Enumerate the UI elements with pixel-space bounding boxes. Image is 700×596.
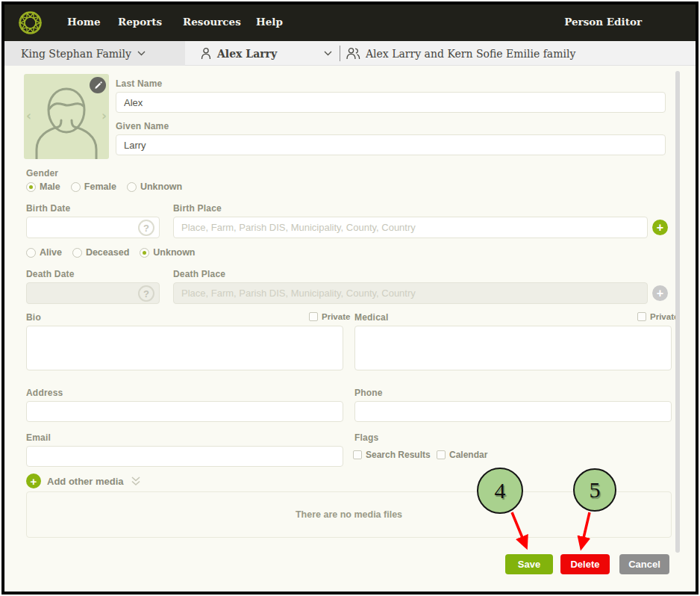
pencil-icon bbox=[94, 81, 102, 90]
gender-unknown-radio[interactable]: Unknown bbox=[127, 181, 182, 192]
birth-date-help-icon[interactable]: ? bbox=[138, 220, 154, 236]
delete-button[interactable]: Delete bbox=[560, 554, 610, 574]
death-place-input bbox=[173, 282, 648, 304]
death-date-help-icon: ? bbox=[138, 285, 154, 302]
annotation-circle-4: 4 bbox=[477, 468, 523, 514]
radio-icon bbox=[72, 248, 82, 258]
death-place-label: Death Place bbox=[173, 269, 225, 279]
gender-label: Gender bbox=[26, 168, 58, 179]
last-name-input[interactable] bbox=[116, 92, 666, 113]
gender-male-radio[interactable]: Male bbox=[26, 181, 60, 192]
radio-icon bbox=[26, 248, 36, 258]
person-selector-label: Alex Larry bbox=[217, 48, 277, 60]
add-other-media-label: Add other media bbox=[47, 476, 124, 487]
nav-item-resources[interactable]: Resources bbox=[183, 16, 241, 28]
flag-calendar-checkbox[interactable]: Calendar bbox=[437, 450, 487, 460]
last-name-label: Last Name bbox=[116, 78, 163, 89]
medical-label: Medical bbox=[354, 312, 388, 323]
person-photo: ‹ › bbox=[24, 74, 109, 159]
status-deceased-radio[interactable]: Deceased bbox=[72, 247, 129, 258]
bio-label: Bio bbox=[26, 312, 41, 323]
status-unknown-radio[interactable]: Unknown bbox=[140, 247, 195, 258]
chevron-down-icon bbox=[137, 51, 146, 56]
nav-item-reports[interactable]: Reports bbox=[118, 16, 162, 28]
person-icon bbox=[200, 47, 212, 60]
context-bar: King Stephan Family Alex Larry Alex Larr… bbox=[4, 41, 696, 66]
vertical-scrollbar[interactable] bbox=[675, 71, 680, 553]
given-name-input[interactable] bbox=[116, 134, 666, 155]
given-name-label: Given Name bbox=[116, 121, 169, 131]
page-title: Person Editor bbox=[564, 16, 642, 28]
bio-textarea[interactable] bbox=[26, 326, 343, 370]
gender-radio-group: Male Female Unknown bbox=[26, 181, 182, 192]
checkbox-icon bbox=[353, 450, 362, 459]
app-logo-icon[interactable] bbox=[16, 9, 44, 37]
flags-label: Flags bbox=[354, 432, 378, 443]
plus-icon: + bbox=[26, 474, 41, 488]
death-date-label: Death Date bbox=[26, 269, 75, 279]
family-selector[interactable]: King Stephan Family bbox=[4, 41, 185, 66]
checkbox-icon bbox=[637, 312, 646, 321]
gender-female-radio[interactable]: Female bbox=[71, 181, 116, 192]
top-nav: Home Reports Resources Help Person Edito… bbox=[4, 4, 696, 41]
status-alive-radio[interactable]: Alive bbox=[26, 247, 62, 258]
cancel-button[interactable]: Cancel bbox=[619, 554, 669, 574]
life-status-radio-group: Alive Deceased Unknown bbox=[26, 247, 196, 258]
chevron-down-icon[interactable] bbox=[324, 51, 332, 56]
add-birth-place-button[interactable]: + bbox=[652, 220, 668, 235]
nav-item-help[interactable]: Help bbox=[256, 16, 283, 28]
email-label: Email bbox=[26, 432, 51, 443]
edit-photo-button[interactable] bbox=[90, 77, 106, 93]
annotation-circle-5: 5 bbox=[573, 468, 616, 512]
phone-label: Phone bbox=[354, 388, 383, 398]
birth-date-label: Birth Date bbox=[26, 203, 70, 214]
flag-search-results-checkbox[interactable]: Search Results bbox=[353, 450, 431, 460]
people-icon bbox=[346, 47, 360, 60]
radio-icon bbox=[71, 182, 81, 192]
checkbox-icon bbox=[309, 312, 318, 321]
add-death-place-button: + bbox=[652, 285, 668, 301]
birth-place-label: Birth Place bbox=[173, 203, 222, 214]
email-input[interactable] bbox=[26, 446, 343, 467]
app-window: Home Reports Resources Help Person Edito… bbox=[1, 1, 699, 595]
photo-next-icon[interactable]: › bbox=[101, 108, 107, 123]
save-button[interactable]: Save bbox=[505, 554, 553, 574]
bio-private-checkbox[interactable]: Private bbox=[309, 312, 350, 321]
address-label: Address bbox=[26, 388, 63, 398]
divider bbox=[340, 46, 340, 61]
radio-icon bbox=[26, 182, 36, 192]
address-input[interactable] bbox=[26, 401, 343, 422]
photo-prev-icon[interactable]: ‹ bbox=[26, 108, 31, 123]
double-chevron-down-icon bbox=[130, 476, 142, 486]
checkbox-icon bbox=[437, 450, 446, 459]
media-empty-text: There are no media files bbox=[296, 509, 402, 520]
family-context[interactable]: Alex Larry and Kern Sofie Emilie family bbox=[346, 41, 575, 66]
radio-icon bbox=[140, 248, 149, 258]
radio-icon bbox=[127, 182, 137, 192]
birth-place-input[interactable] bbox=[173, 217, 648, 238]
medical-textarea[interactable] bbox=[354, 326, 672, 370]
medical-private-checkbox[interactable]: Private bbox=[637, 312, 678, 321]
nav-item-home[interactable]: Home bbox=[67, 16, 101, 28]
person-selector[interactable]: Alex Larry bbox=[200, 41, 277, 66]
family-context-label: Alex Larry and Kern Sofie Emilie family bbox=[366, 48, 575, 60]
family-selector-label: King Stephan Family bbox=[21, 48, 131, 60]
phone-input[interactable] bbox=[354, 401, 672, 422]
add-other-media-button[interactable]: + Add other media bbox=[26, 474, 142, 488]
